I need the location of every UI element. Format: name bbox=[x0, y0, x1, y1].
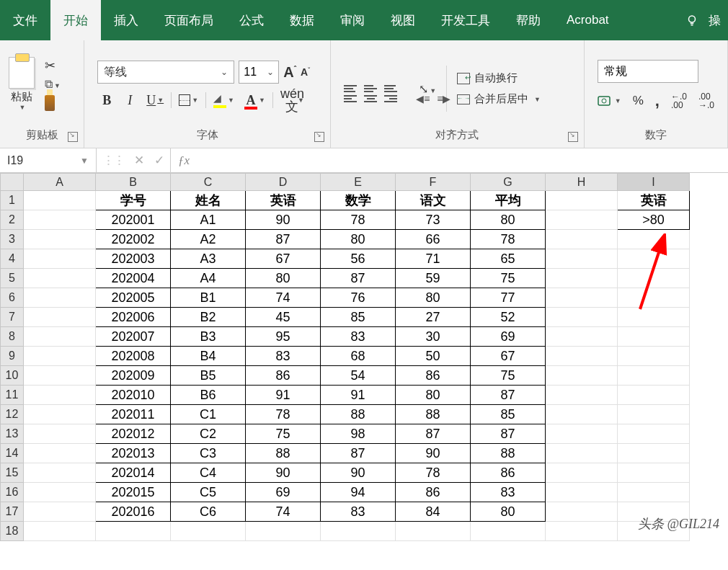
tab-developer[interactable]: 开发工具 bbox=[428, 0, 503, 40]
cell[interactable]: 88 bbox=[246, 444, 321, 463]
cell[interactable]: 83 bbox=[246, 347, 321, 366]
cell[interactable] bbox=[546, 230, 618, 249]
decrease-decimal-button[interactable]: .00→.0 bbox=[698, 92, 714, 110]
cell[interactable]: 85 bbox=[321, 308, 396, 327]
cell[interactable]: 67 bbox=[246, 249, 321, 269]
cell[interactable] bbox=[24, 463, 96, 483]
name-box[interactable]: I19▼ bbox=[0, 148, 97, 172]
cell[interactable]: 83 bbox=[321, 502, 396, 522]
cell[interactable] bbox=[96, 522, 171, 541]
cell[interactable] bbox=[546, 308, 618, 327]
grid-table[interactable]: A B C D E F G H I 1学号姓名英语数学语文平均英语2202001… bbox=[0, 173, 690, 541]
tellme-text[interactable]: 操 bbox=[709, 12, 721, 29]
cell[interactable] bbox=[618, 424, 690, 444]
cell[interactable]: 71 bbox=[396, 249, 471, 269]
cell[interactable] bbox=[171, 522, 246, 541]
row-header[interactable]: 2 bbox=[1, 210, 24, 230]
cell[interactable]: 202016 bbox=[96, 502, 171, 522]
cell[interactable]: C4 bbox=[171, 463, 246, 483]
cell[interactable]: 80 bbox=[396, 386, 471, 405]
cell[interactable]: C2 bbox=[171, 424, 246, 444]
font-color-button[interactable]: A▼ bbox=[241, 91, 268, 110]
cell[interactable]: B1 bbox=[171, 288, 246, 308]
align-middle-icon[interactable] bbox=[364, 85, 377, 92]
cell[interactable]: 202003 bbox=[96, 249, 171, 269]
cell[interactable] bbox=[24, 502, 96, 522]
cell[interactable]: 69 bbox=[246, 483, 321, 502]
cell[interactable] bbox=[24, 308, 96, 327]
tab-review[interactable]: 审阅 bbox=[327, 0, 378, 40]
align-bottom-icon[interactable] bbox=[384, 85, 397, 92]
cell[interactable] bbox=[618, 405, 690, 424]
cell[interactable] bbox=[618, 308, 690, 327]
cell[interactable]: 202010 bbox=[96, 386, 171, 405]
increase-indent-icon[interactable]: ≡▶ bbox=[437, 93, 450, 104]
tab-home[interactable]: 开始 bbox=[50, 0, 101, 40]
cell[interactable] bbox=[546, 386, 618, 405]
row-header[interactable]: 10 bbox=[1, 366, 24, 386]
cut-icon[interactable]: ✂ bbox=[45, 58, 61, 74]
cell[interactable] bbox=[24, 386, 96, 405]
cell[interactable]: C1 bbox=[171, 405, 246, 424]
dialog-launcher-align[interactable] bbox=[568, 132, 578, 142]
tab-pagelayout[interactable]: 页面布局 bbox=[151, 0, 226, 40]
cell[interactable] bbox=[546, 288, 618, 308]
cell[interactable]: 90 bbox=[396, 444, 471, 463]
cell[interactable]: 86 bbox=[396, 366, 471, 386]
cell[interactable]: 80 bbox=[246, 269, 321, 288]
cell[interactable]: 69 bbox=[471, 327, 546, 347]
row-header[interactable]: 13 bbox=[1, 424, 24, 444]
cell[interactable]: 90 bbox=[321, 463, 396, 483]
cell[interactable]: 202002 bbox=[96, 230, 171, 249]
cell[interactable]: 98 bbox=[321, 424, 396, 444]
cell[interactable] bbox=[24, 522, 96, 541]
cell[interactable] bbox=[618, 230, 690, 249]
paste-button[interactable]: 粘贴 ▼ bbox=[6, 54, 37, 111]
row-header[interactable]: 16 bbox=[1, 483, 24, 502]
cell[interactable]: C3 bbox=[171, 444, 246, 463]
cell[interactable]: 202004 bbox=[96, 269, 171, 288]
cell[interactable] bbox=[546, 502, 618, 522]
number-format-select[interactable]: 常规 bbox=[598, 60, 698, 83]
cell[interactable] bbox=[546, 327, 618, 347]
cell[interactable]: 202015 bbox=[96, 483, 171, 502]
dialog-launcher-clipboard[interactable] bbox=[68, 132, 78, 142]
cell[interactable] bbox=[24, 444, 96, 463]
cell[interactable] bbox=[546, 269, 618, 288]
accounting-format-button[interactable]: ▼ bbox=[598, 94, 621, 107]
cell[interactable]: >80 bbox=[618, 210, 690, 230]
cell[interactable]: 83 bbox=[471, 483, 546, 502]
bold-button[interactable]: B bbox=[97, 91, 116, 110]
cell[interactable]: 56 bbox=[321, 249, 396, 269]
col-header-A[interactable]: A bbox=[24, 174, 96, 191]
cell[interactable] bbox=[546, 366, 618, 386]
cell[interactable]: 84 bbox=[396, 502, 471, 522]
select-all-corner[interactable] bbox=[1, 174, 24, 191]
cell[interactable] bbox=[24, 483, 96, 502]
cell[interactable]: 90 bbox=[246, 210, 321, 230]
comma-button[interactable]: , bbox=[655, 92, 660, 110]
cell[interactable]: 90 bbox=[246, 463, 321, 483]
cell[interactable] bbox=[246, 522, 321, 541]
font-name-select[interactable]: 等线⌄ bbox=[97, 61, 234, 84]
increase-decimal-button[interactable]: ←.0.00 bbox=[671, 92, 687, 110]
cell[interactable]: 202005 bbox=[96, 288, 171, 308]
cell[interactable] bbox=[546, 249, 618, 269]
italic-button[interactable]: I bbox=[120, 91, 139, 110]
cell[interactable]: B2 bbox=[171, 308, 246, 327]
increase-font-icon[interactable]: Aˆ bbox=[283, 64, 296, 81]
col-header-B[interactable]: B bbox=[96, 174, 171, 191]
cell[interactable]: 202008 bbox=[96, 347, 171, 366]
cell[interactable]: 87 bbox=[471, 386, 546, 405]
cell[interactable] bbox=[546, 522, 618, 541]
cell[interactable]: 50 bbox=[396, 347, 471, 366]
cell[interactable]: 45 bbox=[246, 308, 321, 327]
tab-help[interactable]: 帮助 bbox=[503, 0, 554, 40]
row-header[interactable]: 3 bbox=[1, 230, 24, 249]
cell[interactable]: B3 bbox=[171, 327, 246, 347]
cell[interactable]: 姓名 bbox=[171, 191, 246, 210]
cell[interactable]: 78 bbox=[321, 210, 396, 230]
cell[interactable]: 78 bbox=[246, 405, 321, 424]
cell[interactable]: 65 bbox=[471, 249, 546, 269]
cell[interactable]: 74 bbox=[246, 502, 321, 522]
